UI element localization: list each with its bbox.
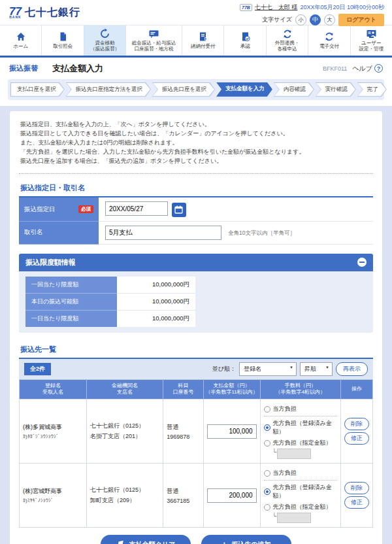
radio-icon: [264, 440, 270, 447]
transaction-name-input[interactable]: [105, 226, 221, 240]
date-field-label: 振込指定日: [24, 205, 56, 214]
radio-icon: [264, 406, 270, 413]
limit-info-header: 振込限度額情報: [19, 254, 373, 271]
divider: [19, 173, 373, 174]
bulk-transfer-icon: [148, 28, 159, 39]
font-size-large-button[interactable]: 大: [324, 14, 335, 26]
radio-icon: [264, 470, 270, 477]
account-type: 普通: [167, 423, 199, 432]
nav-item-label: ホーム: [13, 43, 28, 49]
nav-item-external-services[interactable]: 外部連携・ 各種申込: [267, 26, 308, 56]
payment-receipt-icon: [198, 31, 208, 42]
collapse-minus-icon[interactable]: [357, 258, 367, 267]
recipient-row: (株)宮城野商事 ｶ)ﾐﾔｷﾞﾉｼｮｳｼﾞ 七十七銀行（0125） 卸町支店（2…: [20, 464, 373, 528]
recipient-bank: 七十七銀行（0125）: [90, 486, 159, 494]
form-row-name: 取引名 全角10文字以内［半角可］: [19, 221, 373, 244]
logout-button[interactable]: ログアウト: [338, 14, 384, 26]
nav-item-payments[interactable]: 諸納付受付: [182, 26, 224, 56]
limit-row: 一日当たり限度額 10,000,000円: [25, 311, 367, 327]
nav-item-funds-transfer[interactable]: 資金移動 （振込振替）: [84, 26, 126, 56]
user-name-link[interactable]: 七十七 太郎 様: [255, 3, 298, 12]
count-badge: 全2件: [24, 363, 51, 375]
edit-button[interactable]: 修正: [344, 496, 369, 509]
progress-steps: 支払口座を選択 振込先口座指定方法を選択 振込先口座を選択 支払金額を入力 内容…: [8, 79, 384, 100]
e-delivery-icon: [324, 31, 335, 42]
date-field-label-cell: 振込指定日必須: [19, 197, 99, 221]
screen-id: BFKF011: [323, 65, 347, 72]
recipient-branch: 名掛丁支店（201）: [90, 432, 159, 441]
fee-specified-amount-input[interactable]: [277, 513, 311, 523]
nav-item-home[interactable]: ホーム: [0, 26, 42, 56]
font-size-small-button[interactable]: 小: [295, 14, 306, 26]
nav-item-label: ユーザー 設定・管理: [359, 40, 384, 52]
limit-row-label: 一日当たり限度額: [25, 311, 117, 327]
step-execute-confirm: 実行確認: [316, 82, 356, 97]
step-complete: 完了: [357, 82, 387, 97]
step-select-recipient-account: 振込先口座を選択: [152, 82, 215, 97]
transfer-date-input[interactable]: [105, 201, 168, 216]
recipient-kana: ｶ)ﾐﾔｷﾞﾉｼｮｳｼﾞ: [23, 498, 83, 503]
main-nav: ホーム 取引照会 資金移動 （振込振替） 総合振込・給与振込 口座振替・地方税 …: [0, 25, 392, 56]
nav-item-e-delivery[interactable]: 電子交付: [308, 26, 350, 56]
limit-row-label: 本日の振込可能額: [25, 294, 117, 311]
payment-amount-input[interactable]: [207, 424, 257, 439]
fee-option-own[interactable]: 当方負担: [264, 403, 337, 415]
fee-specified-amount-input[interactable]: [277, 449, 311, 459]
nav-item-user-settings[interactable]: ユーザー 設定・管理: [351, 26, 392, 56]
col-header-bank: 金融機関名 支店名: [86, 379, 163, 400]
bank-name: 七十七銀行: [25, 6, 80, 20]
account-number: 3667185: [167, 498, 199, 504]
fee-option-recipient-specified[interactable]: 先方負担（指定金額）: [264, 437, 337, 449]
edit-button[interactable]: 修正: [344, 432, 369, 445]
help-link[interactable]: ヘルプ?: [352, 64, 383, 73]
name-field-note: 全角10文字以内［半角可］: [228, 230, 295, 236]
recipients-toolbar: 全2件 並び順： 登録名▼ 昇順▼ 再表示: [19, 359, 373, 379]
font-size-medium-button[interactable]: 中: [310, 14, 321, 26]
title-row: 振込振替 支払金額入力 BFKF011 ヘルプ?: [0, 58, 392, 79]
approval-icon: [240, 31, 250, 42]
nav-item-label: 電子交付: [319, 43, 339, 49]
nav-item-inquiry[interactable]: 取引照会: [42, 26, 84, 56]
fee-option-recipient-specified[interactable]: 先方負担（指定金額）: [264, 502, 337, 513]
payment-amount-input[interactable]: [207, 488, 257, 503]
limit-row: 一回当たり限度額 10,000,000円: [25, 277, 367, 294]
login-datetime: 20XX年05月20日 10時00分00秒: [300, 3, 384, 12]
limit-row-label: 一回当たり限度額: [25, 277, 117, 294]
recipients-table-header: 登録名 受取人名 金融機関名 支店名 科目 口座番号 支払金額（円） （半角数字…: [20, 379, 373, 400]
transfer-icon: [99, 28, 110, 39]
clear-amounts-button[interactable]: 支払金額クリア: [101, 535, 191, 544]
redisplay-button[interactable]: 再表示: [336, 362, 368, 376]
header: 77BANK 七十七銀行 77B 七十七 太郎 様 20XX年05月20日 10…: [0, 0, 392, 25]
divider: [264, 416, 337, 416]
mini-bank-logo-icon: 77B: [240, 4, 252, 11]
radio-selected-icon: [264, 488, 270, 495]
plus-icon: +: [222, 539, 227, 544]
fee-specified-amount-wrap: └: [272, 513, 337, 523]
document-icon: [58, 31, 68, 42]
fee-option-recipient-registered[interactable]: 先方負担（登録済み金額）: [264, 482, 337, 502]
nav-item-label: 資金移動 （振込振替）: [90, 40, 120, 52]
section-title-recipients: 振込先一覧: [19, 342, 373, 359]
nav-item-approval[interactable]: 承認: [224, 26, 266, 56]
instruction-line: 振込先口座を追加する場合は、「振込先の追加」ボタンを押してください。: [20, 157, 372, 166]
instruction-line: 振込指定日、支払金額を入力の上、「次へ」ボタンを押してください。: [20, 120, 372, 129]
fee-option-own[interactable]: 当方負担: [264, 468, 337, 479]
required-badge: 必須: [78, 205, 93, 213]
add-recipient-button[interactable]: + 振込先の追加: [201, 535, 291, 544]
sort-order-select[interactable]: 昇順▼: [300, 362, 333, 376]
radio-icon: [264, 504, 270, 511]
account-type: 普通: [167, 487, 199, 496]
chevron-down-icon: ▼: [289, 366, 293, 369]
delete-button[interactable]: 削除: [344, 418, 369, 430]
limit-row: 本日の振込可能額 10,000,000円: [25, 294, 367, 311]
bank-logo-mark-icon: 77BANK: [9, 7, 22, 19]
delete-button[interactable]: 削除: [344, 482, 369, 494]
calendar-button[interactable]: [172, 203, 186, 217]
nav-item-bulk-transfer[interactable]: 総合振込・給与振込 口座振替・地方税: [126, 26, 182, 56]
sort-key-select[interactable]: 登録名▼: [239, 362, 297, 376]
chevron-down-icon: ▼: [325, 366, 329, 369]
recipient-name: (株)宮城野商事: [23, 487, 83, 496]
fee-option-recipient-registered[interactable]: 先方負担（登録済み金額）: [264, 418, 337, 437]
calendar-icon: [174, 205, 183, 214]
col-header-amount: 支払金額（円） （半角数字11桁以内）: [203, 379, 260, 400]
